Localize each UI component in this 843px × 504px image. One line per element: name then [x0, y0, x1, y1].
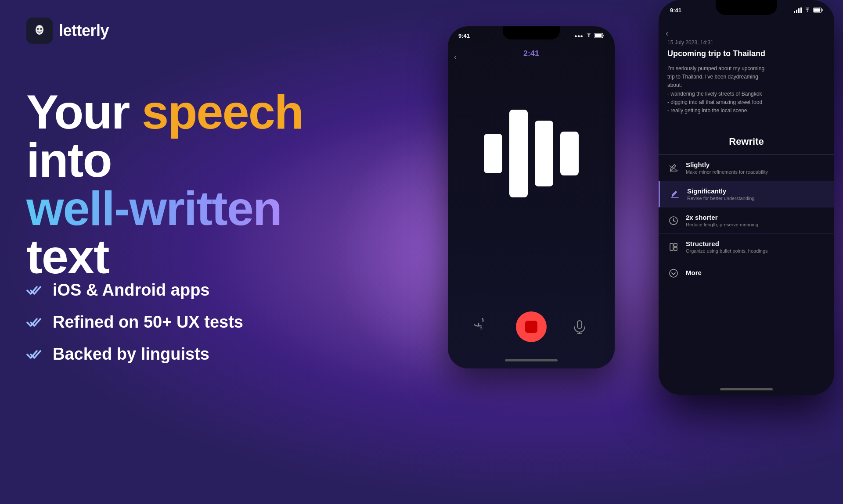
svg-rect-8: [577, 321, 582, 329]
rewrite-option-structured[interactable]: Structured Organize using bullet points,…: [659, 234, 834, 260]
main-content: letterly Your speech into well-written t…: [0, 0, 843, 504]
phone2-back-button[interactable]: ‹: [666, 28, 669, 38]
feature-text-3: Backed by linguists: [53, 345, 209, 364]
svg-rect-17: [822, 9, 823, 11]
note-date: 15 July 2023, 14:31: [667, 39, 825, 46]
feature-item-3: Backed by linguists: [26, 345, 243, 364]
svg-point-2: [37, 28, 39, 30]
svg-text:5: 5: [480, 326, 483, 330]
feature-text-1: iOS & Android apps: [53, 281, 210, 300]
check-icon-2: [26, 315, 42, 330]
app-name: letterly: [59, 21, 109, 40]
phone2-note-content: 15 July 2023, 14:31 Upcoming trip to Tha…: [667, 39, 825, 124]
wifi-icon: [585, 33, 592, 39]
rewrite-option-slightly[interactable]: Slightly Make minor refinements for read…: [659, 155, 834, 181]
slightly-subtitle: Make minor refinements for readability: [686, 169, 825, 175]
slightly-text: Slightly Make minor refinements for read…: [686, 161, 825, 175]
layout-icon: [667, 241, 680, 253]
phone2-time: 9:41: [670, 7, 681, 14]
rewrite-option-more[interactable]: More: [659, 260, 834, 286]
rewrite-option-significantly[interactable]: Significantly Revise for better understa…: [659, 181, 834, 207]
phone1-status-icons: ●●●: [574, 33, 604, 39]
svg-rect-6: [603, 35, 604, 36]
phone1-controls: 5: [448, 311, 615, 342]
structured-subtitle: Organize using bullet points, headings: [686, 248, 825, 254]
feature-text-2: Refined on 50+ UX tests: [53, 313, 243, 332]
more-title: More: [686, 269, 825, 276]
phone1-screen: 9:41 ●●●: [448, 26, 615, 368]
svg-point-1: [36, 25, 43, 35]
pen-slash-icon: [667, 162, 680, 174]
slightly-title: Slightly: [686, 161, 825, 168]
2x-shorter-text: 2x shorter Reduce length, preserve meani…: [686, 214, 825, 227]
phone1-time: 9:41: [458, 32, 470, 39]
feature-item-2: Refined on 50+ UX tests: [26, 313, 243, 332]
significantly-title: Significantly: [687, 187, 825, 195]
svg-rect-27: [674, 247, 677, 250]
hero-line2: well-written text: [26, 181, 281, 283]
svg-rect-13: [798, 8, 800, 13]
phone1-home-bar: [505, 359, 558, 361]
header: letterly: [26, 18, 109, 44]
phone2-home-bar: [720, 388, 773, 390]
signal-icon: ●●●: [574, 33, 583, 39]
hero-line1: Your speech into: [26, 85, 303, 187]
check-icon-3: [26, 347, 42, 362]
more-text: More: [686, 269, 825, 277]
battery-icon: [594, 33, 604, 39]
phone2-screen: 9:41: [659, 0, 834, 395]
structured-text: Structured Organize using bullet points,…: [686, 240, 825, 254]
wave-bar-4: [560, 132, 579, 175]
check-icon-1: [26, 282, 42, 298]
wave-bar-3: [535, 121, 553, 186]
2x-shorter-subtitle: Reduce length, preserve meaning: [686, 222, 825, 227]
phone2-wifi-icon: [804, 7, 811, 14]
mic-button[interactable]: [569, 316, 591, 338]
structured-title: Structured: [686, 240, 825, 247]
svg-rect-14: [800, 7, 802, 13]
note-title: Upcoming trip to Thailand: [667, 49, 825, 58]
rewrite-section: Rewrite Slightly M: [659, 136, 834, 286]
features-list: iOS & Android apps Refined on 50+ UX tes…: [26, 281, 243, 377]
svg-point-28: [670, 269, 677, 277]
wave-bar-2: [509, 110, 528, 197]
rewind-button[interactable]: 5: [472, 316, 494, 338]
phones-container: 9:41 ●●●: [448, 0, 843, 504]
2x-shorter-title: 2x shorter: [686, 214, 825, 221]
phone1-notch: [503, 26, 560, 39]
phone2-signal-icon: [794, 7, 802, 14]
svg-rect-16: [814, 8, 820, 12]
stop-record-inner: [525, 321, 537, 333]
rewrite-heading: Rewrite: [659, 136, 834, 147]
hero-title: Your speech into well-written text: [26, 88, 356, 281]
sound-waves: [484, 105, 579, 202]
phone-recording: 9:41 ●●●: [448, 26, 615, 368]
phone1-timer: 2:41: [523, 49, 539, 58]
svg-point-3: [40, 28, 42, 30]
svg-rect-26: [674, 243, 677, 247]
svg-point-24: [673, 220, 674, 222]
phone1-back-button[interactable]: ‹: [454, 52, 457, 62]
rewrite-option-2x-shorter[interactable]: 2x shorter Reduce length, preserve meani…: [659, 207, 834, 234]
significantly-subtitle: Revise for better understanding: [687, 196, 825, 201]
svg-rect-11: [794, 11, 795, 13]
pen-fill-icon: [669, 188, 681, 200]
wave-bar-1: [484, 134, 502, 173]
clock-icon: [667, 214, 680, 227]
logo-icon: [26, 18, 53, 44]
hero-section: Your speech into well-written text: [26, 88, 356, 281]
phone-rewrite: 9:41: [659, 0, 834, 395]
svg-rect-25: [670, 243, 673, 250]
svg-rect-12: [796, 10, 797, 13]
phone2-battery-icon: [813, 7, 823, 14]
note-body: I'm seriously pumped about my upcomingtr…: [667, 64, 825, 115]
feature-item-1: iOS & Android apps: [26, 281, 243, 300]
chevron-down-icon: [667, 267, 680, 279]
significantly-text: Significantly Revise for better understa…: [687, 187, 825, 201]
phone2-status-icons: [794, 7, 823, 14]
phone2-notch: [716, 0, 777, 15]
svg-rect-5: [595, 34, 602, 37]
stop-record-button[interactable]: [516, 311, 547, 342]
